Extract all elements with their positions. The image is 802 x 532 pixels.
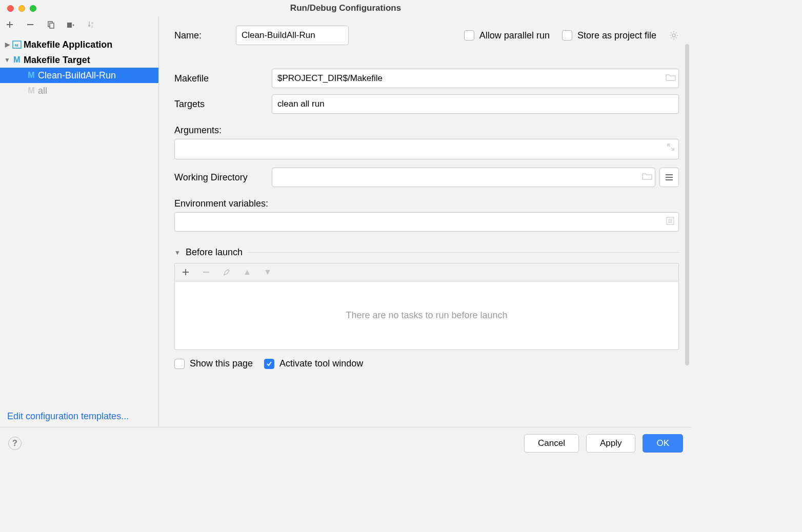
- before-launch-empty-text: There are no tasks to run before launch: [346, 310, 507, 321]
- show-this-page-checkbox[interactable]: Show this page: [174, 358, 253, 369]
- move-up-button[interactable]: ▲: [242, 267, 253, 278]
- chevron-down-icon: ▼: [4, 56, 10, 64]
- edit-task-button[interactable]: [221, 267, 232, 278]
- makefile-input[interactable]: [272, 69, 679, 88]
- help-button[interactable]: ?: [8, 437, 22, 450]
- sort-config-button[interactable]: az: [86, 19, 97, 30]
- folder-icon[interactable]: [666, 73, 676, 84]
- tree-node-makefile-application[interactable]: ▶ M Makefile Application: [0, 37, 158, 52]
- save-config-button[interactable]: [66, 19, 77, 30]
- makefile-target-icon: M: [27, 86, 36, 95]
- before-launch-toolbar: ▲ ▼: [174, 263, 679, 281]
- scrollbar[interactable]: [685, 44, 689, 365]
- tree-label: Makefile Application: [24, 39, 112, 50]
- tree-label: Clean-BuildAll-Run: [38, 70, 116, 81]
- show-this-page-label: Show this page: [190, 358, 253, 369]
- chevron-right-icon: ▶: [4, 41, 10, 48]
- chevron-down-icon[interactable]: ▼: [174, 249, 181, 256]
- allow-parallel-label: Allow parallel run: [479, 30, 550, 41]
- apply-button[interactable]: Apply: [586, 434, 636, 453]
- before-launch-list: There are no tasks to run before launch: [174, 281, 679, 350]
- makefile-target-icon: M: [27, 71, 36, 80]
- tree-node-makefile-target[interactable]: ▼ M Makefile Target: [0, 52, 158, 68]
- config-toolbar: az: [0, 16, 158, 35]
- activate-tool-window-checkbox[interactable]: Activate tool window: [264, 358, 363, 369]
- ok-button[interactable]: OK: [643, 434, 683, 453]
- targets-input[interactable]: [272, 94, 679, 114]
- svg-point-6: [672, 34, 675, 37]
- activate-tool-window-label: Activate tool window: [279, 358, 363, 369]
- makefile-target-icon: M: [12, 55, 22, 65]
- tree-label: Makefile Target: [24, 55, 90, 66]
- allow-parallel-checkbox[interactable]: Allow parallel run: [464, 30, 550, 41]
- arguments-label: Arguments:: [174, 125, 679, 136]
- makefile-label: Makefile: [174, 73, 272, 84]
- store-project-file-label: Store as project file: [577, 30, 656, 41]
- store-project-file-checkbox[interactable]: Store as project file: [562, 30, 656, 41]
- tree-label: all: [38, 86, 47, 96]
- env-input[interactable]: [174, 212, 679, 232]
- list-icon[interactable]: [666, 217, 674, 227]
- tree-node-clean-buildall-run[interactable]: M Clean-BuildAll-Run: [0, 68, 158, 83]
- workdir-input[interactable]: [272, 168, 655, 187]
- name-input[interactable]: [236, 26, 349, 45]
- svg-text:z: z: [91, 25, 93, 28]
- add-config-button[interactable]: [4, 19, 15, 30]
- workdir-label: Working Directory: [174, 172, 272, 183]
- folder-icon[interactable]: [642, 172, 652, 182]
- makefile-app-icon: M: [12, 40, 22, 49]
- name-label: Name:: [174, 30, 220, 41]
- remove-task-button[interactable]: [200, 267, 212, 278]
- arguments-input[interactable]: [174, 139, 679, 159]
- before-launch-label: Before launch: [186, 247, 243, 258]
- config-tree: ▶ M Makefile Application ▼ M Makefile Ta…: [0, 35, 158, 407]
- move-down-button[interactable]: ▼: [262, 267, 273, 278]
- tree-node-all[interactable]: M all: [0, 83, 158, 98]
- remove-config-button[interactable]: [25, 19, 36, 30]
- targets-label: Targets: [174, 99, 272, 110]
- env-label: Environment variables:: [174, 198, 679, 209]
- gear-icon[interactable]: [669, 30, 679, 40]
- window-title: Run/Debug Configurations: [0, 3, 691, 13]
- cancel-button[interactable]: Cancel: [524, 434, 579, 453]
- expand-icon[interactable]: [667, 144, 674, 153]
- add-task-button[interactable]: [180, 267, 191, 278]
- svg-rect-1: [50, 23, 54, 28]
- workdir-macros-button[interactable]: [659, 168, 679, 187]
- svg-text:M: M: [15, 43, 18, 48]
- svg-text:a: a: [91, 21, 93, 25]
- copy-config-button[interactable]: [45, 19, 56, 30]
- edit-templates-link[interactable]: Edit configuration templates...: [7, 411, 129, 421]
- titlebar: Run/Debug Configurations: [0, 0, 691, 16]
